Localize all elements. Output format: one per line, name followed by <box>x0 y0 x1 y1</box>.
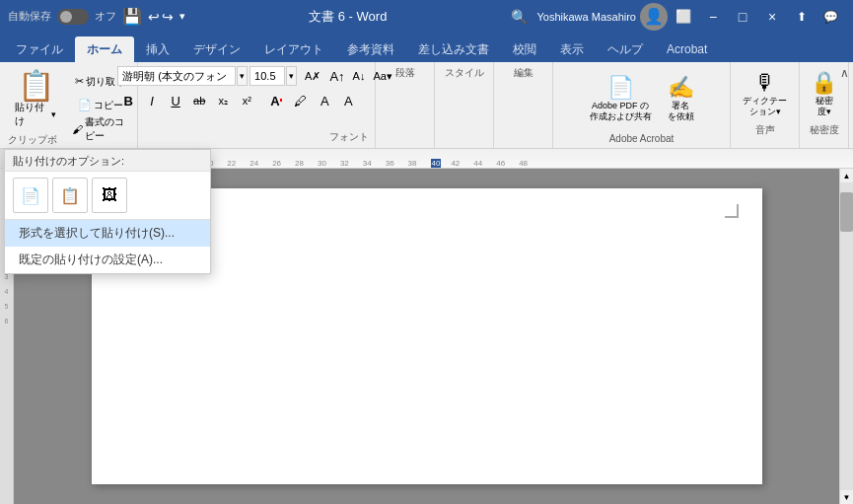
tab-file[interactable]: ファイル <box>4 36 75 62</box>
paste-options-panel: 貼り付けのオプション: 📄 📋 🖼 形式を選択して貼り付け(S)... 既定の貼… <box>4 149 211 274</box>
minimize-btn[interactable]: − <box>699 3 727 31</box>
document-title: 文書 6 - Word <box>309 8 387 26</box>
dictate-label: ディクテーション▾ <box>743 96 787 117</box>
ribbon-display-btn[interactable]: ⬜ <box>670 3 697 31</box>
tab-layout[interactable]: レイアウト <box>252 36 335 62</box>
text-effects-btn[interactable]: A <box>337 90 359 111</box>
create-pdf-btn[interactable]: 📄 Adobe PDF の作成および共有 <box>585 71 657 126</box>
sign-icon: ✍ <box>668 75 694 101</box>
paste-button[interactable]: 📋 貼り付け ▾ <box>8 66 63 133</box>
acrobat-group: 📄 Adobe PDF の作成および共有 ✍ 署名を依頼 Adobe Acrob… <box>553 62 731 148</box>
tab-view[interactable]: 表示 <box>548 36 596 62</box>
tab-insert[interactable]: 挿入 <box>134 36 181 62</box>
top-right-corner <box>725 204 739 218</box>
autosave-knob <box>60 11 72 23</box>
paste-special-item[interactable]: 形式を選択して貼り付け(S)... <box>5 220 210 247</box>
paste-options-header: 貼り付けのオプション: <box>5 150 210 172</box>
superscript-button[interactable]: x² <box>236 90 257 111</box>
user-avatar: 👤 <box>640 3 668 31</box>
security-icon: 🔒 <box>811 70 837 96</box>
styles-group: スタイル <box>435 62 494 148</box>
italic-button[interactable]: I <box>141 90 163 111</box>
clipboard-left: 📋 貼り付け ▾ クリップボード <box>8 66 67 144</box>
tab-home[interactable]: ホーム <box>75 36 134 62</box>
share-btn[interactable]: ⬆ <box>788 3 816 31</box>
tab-references[interactable]: 参考資料 <box>335 36 406 62</box>
scrollbar-track <box>840 182 853 490</box>
tab-help[interactable]: ヘルプ <box>596 36 655 62</box>
highlight-btn[interactable]: 🖊 <box>289 90 312 111</box>
sign-label: 署名を依頼 <box>668 101 694 122</box>
font-name-input[interactable]: 游明朝 (本文のフォント - 日本語 <box>117 66 236 86</box>
save-icon[interactable]: 💾 <box>122 7 142 26</box>
font-size-dropdown[interactable]: ▾ <box>286 66 297 86</box>
font-color-btn[interactable]: A <box>265 90 287 111</box>
voice-group: 🎙 ディクテーション▾ 音声 <box>731 62 800 148</box>
quick-access-more[interactable]: ▾ <box>179 10 185 23</box>
font-format-row: B I U ab x₂ x² A 🖊 A A <box>117 90 359 111</box>
edit-group: 編集 <box>494 62 553 148</box>
autosave-toggle[interactable] <box>57 9 89 25</box>
comment-btn[interactable]: 💬 <box>817 3 845 31</box>
redo-btn[interactable]: ↪ <box>162 9 174 25</box>
security-group-label: 秘密度 <box>810 123 839 137</box>
create-pdf-icon: 📄 <box>607 75 634 101</box>
autosave-state: オフ <box>95 9 116 24</box>
undo-redo-group: ↩ ↪ <box>148 9 174 25</box>
paste-label: 貼り付け <box>15 101 50 128</box>
dictate-icon: 🎙 <box>754 70 776 96</box>
paste-arrow[interactable]: ▾ <box>51 109 56 119</box>
user-name: Yoshikawa Masahiro <box>537 11 636 23</box>
acrobat-group-label: Adobe Acrobat <box>609 133 675 144</box>
dictate-btn[interactable]: 🎙 ディクテーション▾ <box>738 66 792 121</box>
right-scrollbar: ▲ ▼ <box>839 169 853 504</box>
title-bar-right: 🔍 Yoshikawa Masahiro 👤 ⬜ − □ × ⬆ 💬 <box>511 3 845 31</box>
scroll-down-btn[interactable]: ▼ <box>840 490 854 504</box>
sign-btn[interactable]: ✍ 署名を依頼 <box>663 71 699 126</box>
paste-default-settings-item[interactable]: 既定の貼り付けの設定(A)... <box>5 247 210 273</box>
strikethrough-button[interactable]: ab <box>188 90 210 111</box>
scrollbar-thumb[interactable] <box>840 192 853 232</box>
maximize-btn[interactable]: □ <box>729 3 756 31</box>
font-name-value: 游明朝 (本文のフォント - 日本語 <box>122 69 231 84</box>
search-icon[interactable]: 🔍 <box>511 9 528 25</box>
ribbon-tabs: ファイル ホーム 挿入 デザイン レイアウト 参考資料 差し込み文書 校閲 表示… <box>0 33 853 62</box>
subscript-button[interactable]: x₂ <box>212 90 234 111</box>
title-bar-center: 文書 6 - Word <box>309 8 387 26</box>
user-area[interactable]: Yoshikawa Masahiro 👤 <box>537 3 668 31</box>
tab-design[interactable]: デザイン <box>181 36 252 62</box>
tab-review[interactable]: 校閲 <box>501 36 548 62</box>
undo-btn[interactable]: ↩ <box>148 9 160 25</box>
paste-keep-source-btn[interactable]: 📄 <box>13 178 48 213</box>
font-size-up-btn[interactable]: A↑ <box>326 67 347 86</box>
font-size-input[interactable]: 10.5 <box>249 66 285 86</box>
bold-button[interactable]: B <box>117 90 139 111</box>
paste-merge-btn[interactable]: 📋 <box>52 178 88 213</box>
cut-icon: ✂ <box>75 75 84 88</box>
font-name-dropdown[interactable]: ▾ <box>237 66 248 86</box>
font-name-row: 游明朝 (本文のフォント - 日本語 ▾ 10.5 ▾ A✗ A↑ A↓ Aa▾ <box>117 66 395 86</box>
security-btn[interactable]: 🔒 秘密度▾ <box>806 66 842 121</box>
clear-format-btn[interactable]: A✗ <box>301 68 324 85</box>
paste-options-title: 貼り付けのオプション: <box>13 154 124 169</box>
tab-acrobat[interactable]: Acrobat <box>655 36 719 62</box>
close-btn[interactable]: × <box>758 3 786 31</box>
acrobat-group-content: 📄 Adobe PDF の作成および共有 ✍ 署名を依頼 <box>585 66 699 131</box>
paste-special-label: 形式を選択して貼り付け(S)... <box>19 225 175 242</box>
font-group: 游明朝 (本文のフォント - 日本語 ▾ 10.5 ▾ A✗ A↑ A↓ Aa▾… <box>138 62 376 148</box>
font-size-down-btn[interactable]: A↓ <box>350 68 369 84</box>
autosave-label: 自動保存 <box>8 9 51 24</box>
underline-button[interactable]: U <box>165 90 186 111</box>
format-painter-icon: 🖌 <box>72 123 83 135</box>
copy-icon: 📄 <box>78 99 92 111</box>
title-bar: 自動保存 オフ 💾 ↩ ↪ ▾ 文書 6 - Word 🔍 Yoshikawa … <box>0 0 853 33</box>
voice-group-label: 音声 <box>755 123 775 137</box>
paragraph-label: 段落 <box>395 66 415 80</box>
font-color2-btn[interactable]: A <box>314 90 335 111</box>
tab-mailings[interactable]: 差し込み文書 <box>406 36 501 62</box>
edit-label: 編集 <box>514 66 533 80</box>
paste-picture-btn[interactable]: 🖼 <box>92 178 127 213</box>
scroll-up-btn[interactable]: ▲ <box>840 169 854 182</box>
ribbon-expand-btn[interactable]: ∧ <box>840 66 849 80</box>
font-group-label: フォント <box>329 130 369 144</box>
